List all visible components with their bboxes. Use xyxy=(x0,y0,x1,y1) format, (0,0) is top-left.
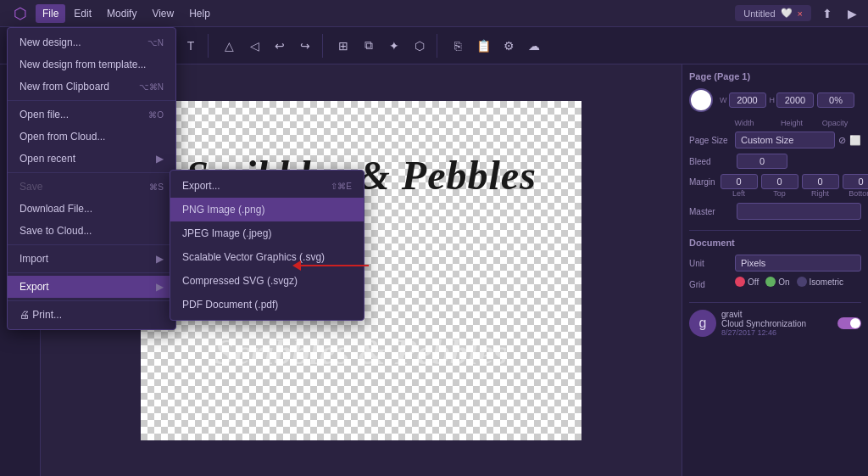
file-menu: New design... ⌥N New design from templat… xyxy=(7,27,176,330)
menu-import[interactable]: Import ▶ xyxy=(8,248,175,270)
sep-2 xyxy=(8,172,175,173)
action-tools: ⎘ 📋 ⚙ ☁ xyxy=(441,34,551,58)
sep-3 xyxy=(8,244,175,245)
height-input[interactable] xyxy=(776,92,814,108)
height-label: H xyxy=(770,96,776,104)
margin-inputs-row: Left Top Right Bottom xyxy=(721,174,868,198)
width-label: W xyxy=(720,96,727,104)
margin-left-input[interactable] xyxy=(721,174,758,189)
app-logo[interactable]: ⬡ xyxy=(7,0,34,27)
cloud-btn[interactable]: ☁ xyxy=(522,34,546,58)
export-tb-btn[interactable]: ⬡ xyxy=(408,34,431,58)
master-row: Master xyxy=(689,203,861,220)
extra-tools: ⊞ ⧉ ✦ ⬡ xyxy=(326,34,437,58)
width-sub-label: Width xyxy=(721,119,767,127)
color-row: W H xyxy=(689,88,861,112)
cloud-label: gravit xyxy=(721,310,806,319)
sep-4 xyxy=(8,272,175,273)
menu-modify[interactable]: Modify xyxy=(100,4,143,23)
margin-left-label: Left xyxy=(732,189,745,198)
margin-bottom-input[interactable] xyxy=(843,174,868,189)
color-swatch[interactable] xyxy=(689,88,713,112)
master-label: Master xyxy=(689,207,732,216)
copy-btn[interactable]: ⎘ xyxy=(446,34,470,58)
menu-new-from-clipboard[interactable]: New from Clipboard ⌥⌘N xyxy=(8,76,175,98)
grid-off-option[interactable]: Off xyxy=(735,277,759,287)
page-title: Page (Page 1) xyxy=(689,71,861,81)
margin-bottom-label: Bottom xyxy=(849,189,868,198)
arrow-left-btn[interactable]: ◁ xyxy=(242,34,266,58)
page-size-icon[interactable]: ⊘ xyxy=(838,135,846,146)
title-box: Untitled 🤍 × xyxy=(735,5,811,21)
unit-row: Unit Pixels xyxy=(689,255,861,272)
grid-on-label: On xyxy=(778,277,789,287)
menu-download-file[interactable]: Download File... xyxy=(8,198,175,220)
export-menu-jpeg[interactable]: JPEG Image (.jpeg) xyxy=(170,221,364,245)
settings-btn[interactable]: ⚙ xyxy=(497,34,520,58)
paste-btn[interactable]: 📋 xyxy=(471,34,495,58)
menu-edit[interactable]: Edit xyxy=(67,4,98,23)
canvas-sub-text: Scribbles & Pebbles xyxy=(141,332,581,372)
margin-right-input[interactable] xyxy=(802,174,839,189)
document-title: Untitled xyxy=(743,8,775,19)
menu-view[interactable]: View xyxy=(145,4,181,23)
close-icon[interactable]: × xyxy=(798,8,803,19)
unit-select[interactable]: Pixels xyxy=(735,255,861,272)
grid-off-radio[interactable] xyxy=(735,277,745,287)
right-panel: Page (Page 1) W H xyxy=(682,64,868,476)
export-menu-pdf[interactable]: PDF Document (.pdf) xyxy=(170,293,364,316)
grid-iso-radio[interactable] xyxy=(797,277,807,287)
menu-open-cloud[interactable]: Open from Cloud... xyxy=(8,126,175,148)
sync-toggle[interactable] xyxy=(837,317,861,329)
undo-btn[interactable]: ↩ xyxy=(268,34,292,58)
width-height-labels: Width Height Opacity xyxy=(689,119,861,127)
margin-inputs: Left Top Right Bottom xyxy=(721,174,868,198)
redo-btn[interactable]: ↪ xyxy=(293,34,317,58)
page-section: Page (Page 1) W H xyxy=(689,71,861,220)
page-orientation-icon[interactable]: ⬜ xyxy=(849,135,861,146)
bleed-input[interactable] xyxy=(737,154,787,169)
effects-btn[interactable]: ✦ xyxy=(382,34,406,58)
bleed-label: Bleed xyxy=(689,157,732,166)
master-select[interactable] xyxy=(737,203,861,220)
grid-iso-option[interactable]: Isometric xyxy=(797,277,844,287)
menu-new-from-template[interactable]: New design from template... xyxy=(8,53,175,76)
menu-file[interactable]: File xyxy=(36,4,65,23)
menu-open-recent[interactable]: Open recent ▶ xyxy=(8,148,175,170)
grid-off-label: Off xyxy=(748,277,759,287)
menu-right: Untitled 🤍 × ⬆ ▶ xyxy=(735,4,861,23)
margin-top-input[interactable] xyxy=(761,174,798,189)
grid-on-radio[interactable] xyxy=(765,277,776,287)
gravit-logo: g xyxy=(689,310,716,337)
menu-new-design[interactable]: New design... ⌥N xyxy=(8,31,175,53)
share-icon[interactable]: ⬆ xyxy=(818,4,837,23)
layers-btn[interactable]: ⧉ xyxy=(357,34,381,58)
export-menu-svg[interactable]: Scalable Vector Graphics (.svg) xyxy=(170,245,364,269)
export-menu-png[interactable]: PNG Image (.png) xyxy=(170,198,364,221)
margin-right-group: Right xyxy=(802,174,839,198)
menu-print[interactable]: 🖨 Print... xyxy=(8,304,175,326)
shape-tools: △ ◁ ↩ ↪ xyxy=(212,34,323,58)
opacity-prop xyxy=(817,92,854,108)
grid-on-option[interactable]: On xyxy=(765,277,789,287)
menu-save: Save ⌘S xyxy=(8,176,175,198)
opacity-input[interactable] xyxy=(817,92,854,108)
text-btn[interactable]: T xyxy=(179,34,203,58)
grid-btn[interactable]: ⊞ xyxy=(331,34,355,58)
width-prop: W xyxy=(720,92,766,108)
export-menu-export[interactable]: Export... ⇧⌘E xyxy=(170,174,364,198)
menu-export[interactable]: Export ▶ xyxy=(8,276,175,298)
menu-open-file[interactable]: Open file... ⌘O xyxy=(8,104,175,126)
width-input[interactable] xyxy=(729,92,766,108)
sync-date: 8/27/2017 12:46 xyxy=(721,328,806,337)
export-menu-svgz[interactable]: Compressed SVG (.svgz) xyxy=(170,269,364,293)
margin-bottom-group: Bottom xyxy=(843,174,868,198)
play-icon[interactable]: ▶ xyxy=(843,4,861,23)
margin-top-label: Top xyxy=(773,189,786,198)
menu-help[interactable]: Help xyxy=(182,4,217,23)
margin-left-group: Left xyxy=(721,174,758,198)
triangle-btn[interactable]: △ xyxy=(217,34,241,58)
heart-icon: 🤍 xyxy=(781,8,793,19)
menu-save-cloud[interactable]: Save to Cloud... xyxy=(8,220,175,242)
page-size-select[interactable]: Custom Size xyxy=(735,132,835,148)
